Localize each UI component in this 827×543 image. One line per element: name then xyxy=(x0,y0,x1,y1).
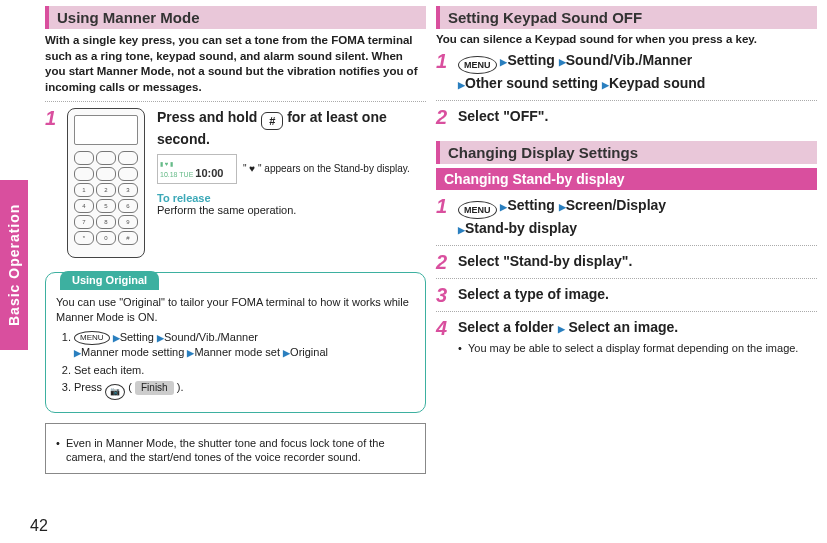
tip1-setting: Setting xyxy=(120,331,154,343)
ds1-standby: Stand-by display xyxy=(465,220,577,236)
ds1-setting: Setting xyxy=(507,197,554,213)
ks1-sound: Sound/Vib./Manner xyxy=(566,52,693,68)
step-number: 1 xyxy=(45,108,61,128)
tip3-paren-open: ( xyxy=(128,381,135,393)
menu-icon: MENU xyxy=(74,331,110,345)
right-column: Setting Keypad Sound OFF You can silence… xyxy=(436,6,817,515)
intro-manner-mode: With a single key press, you can set a t… xyxy=(45,33,426,95)
step-1-row: 1 123 456 789 *0# Press and hold xyxy=(45,108,426,258)
page-content: Using Manner Mode With a single key pres… xyxy=(0,0,827,543)
tip1-manner-set: Manner mode set xyxy=(194,346,280,358)
ds1-screen: Screen/Display xyxy=(566,197,666,213)
ks1-other: Other sound setting xyxy=(465,75,598,91)
hash-key-icon: # xyxy=(261,112,283,130)
ds4-a: Select a folder xyxy=(458,319,554,335)
menu-icon: MENU xyxy=(458,201,497,219)
step-number: 4 xyxy=(436,318,452,338)
step-number: 1 xyxy=(436,196,452,216)
display-step1-path: MENU Setting Screen/Display Stand-by dis… xyxy=(458,196,666,239)
heading-keypad-sound-off: Setting Keypad Sound OFF xyxy=(436,6,817,29)
subheading-standby-display: Changing Stand-by display xyxy=(436,168,817,190)
display-step4-text: Select a folder Select an image. xyxy=(458,318,817,338)
ks1-setting: Setting xyxy=(507,52,554,68)
standby-display-preview: ▮ ♥ ▮ 10.18 TUE 10:00 xyxy=(157,154,237,184)
keypad-step2-text: Select "OFF". xyxy=(458,107,548,127)
tip1-manner-setting: Manner mode setting xyxy=(81,346,184,358)
menu-icon: MENU xyxy=(458,56,497,74)
finish-softkey-label: Finish xyxy=(135,381,174,395)
to-release-text: Perform the same operation. xyxy=(157,204,426,216)
camera-key-icon: 📷 xyxy=(105,384,125,400)
step-number: 1 xyxy=(436,51,452,71)
to-release-label: To release xyxy=(157,192,426,204)
side-tab-basic-operation: Basic Operation xyxy=(0,180,28,350)
display-step3-text: Select a type of image. xyxy=(458,285,609,305)
tip3-paren-close: ). xyxy=(174,381,184,393)
tip-using-original: Using Original You can use "Original" to… xyxy=(45,272,426,413)
keypad-step1-path: MENU Setting Sound/Vib./Manner Other sou… xyxy=(458,51,705,94)
tip-step-1: MENU Setting Sound/Vib./Manner Manner mo… xyxy=(74,330,415,361)
heading-display-settings: Changing Display Settings xyxy=(436,141,817,164)
tip-step-2: Set each item. xyxy=(74,363,415,378)
display-step4-note: You may be able to select a display form… xyxy=(458,341,817,356)
step-number: 3 xyxy=(436,285,452,305)
page-number: 42 xyxy=(30,517,48,535)
step-1-title: Press and hold # for at least one second… xyxy=(157,108,426,148)
tip1-original: Original xyxy=(290,346,328,358)
heading-manner-mode: Using Manner Mode xyxy=(45,6,426,29)
ds4-b: Select an image. xyxy=(568,319,678,335)
note-manner-mode-exceptions: Even in Manner Mode, the shutter tone an… xyxy=(45,423,426,475)
step-number: 2 xyxy=(436,107,452,127)
left-column: Using Manner Mode With a single key pres… xyxy=(45,6,426,515)
ks1-keypad: Keypad sound xyxy=(609,75,705,91)
intro-keypad-sound: You can silence a Keypad sound for when … xyxy=(436,33,817,45)
tip1-sound: Sound/Vib./Manner xyxy=(164,331,258,343)
tip-tab-label: Using Original xyxy=(60,271,159,290)
step1-text-a: Press and hold xyxy=(157,109,261,125)
display-step2-text: Select "Stand-by display". xyxy=(458,252,632,272)
tip3-press: Press xyxy=(74,381,105,393)
standby-time: 10:00 xyxy=(195,167,223,179)
tip-step-3: Press 📷 ( Finish ). xyxy=(74,380,415,400)
note-text: Even in Manner Mode, the shutter tone an… xyxy=(56,436,415,466)
standby-annotation: " ♥ " appears on the Stand-by display. xyxy=(243,163,410,175)
tip-body: You can use "Original" to tailor your FO… xyxy=(56,295,415,326)
standby-date: 10.18 TUE xyxy=(160,171,193,178)
step-number: 2 xyxy=(436,252,452,272)
phone-illustration: 123 456 789 *0# xyxy=(67,108,145,258)
